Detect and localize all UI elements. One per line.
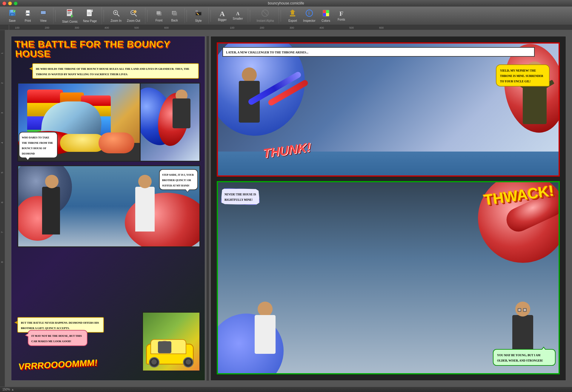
speech-bubble-who-dares: WHO DARES TO TAKE THE THRONE FROM THE BO… — [19, 132, 58, 158]
svg-text:600: 600 — [379, 26, 384, 29]
toolbar-sep-3 — [147, 10, 147, 22]
new-page-icon — [86, 9, 94, 18]
zoom-out-label: Zoom Out — [127, 19, 140, 22]
car-bg — [143, 313, 199, 371]
svg-text:100: 100 — [15, 26, 19, 29]
colors-button[interactable]: Colors — [319, 8, 333, 24]
svg-rect-52 — [323, 13, 326, 16]
zoom-in-icon — [112, 9, 120, 18]
speech-bubble-older: YOU MAY BE YOUNG, BUT I AM OLDER, WISER,… — [493, 349, 556, 366]
svg-rect-7 — [26, 10, 30, 13]
panel-uncle-gil[interactable]: LATER, A NEW CHALLENGER TO THE THRONE AR… — [217, 42, 560, 177]
front-button[interactable]: Front — [152, 8, 167, 23]
svg-text:2: 2 — [1, 82, 4, 84]
zoom-out-button[interactable]: ⊙ Zoom Out — [124, 8, 142, 24]
bottombar: 150% ▲ — [0, 387, 572, 392]
fonts-label: Fonts — [338, 18, 345, 21]
instant-alpha-button[interactable]: Instant Alpha — [254, 8, 276, 24]
svg-rect-16 — [67, 10, 72, 11]
bigger-button[interactable]: A Bigger — [215, 9, 230, 23]
toolbar-sep-7 — [281, 10, 281, 22]
toolbar-group-style: ✏️ Style — [189, 8, 209, 24]
start-comic-button[interactable]: Start Comic — [60, 7, 80, 24]
save-icon: ✓ — [8, 9, 16, 18]
front-label: Front — [156, 19, 162, 22]
svg-rect-24 — [87, 13, 90, 13]
smaller-button[interactable]: A Smaller — [230, 10, 245, 21]
print-button[interactable]: Print — [20, 8, 35, 24]
panel-fight-bottom[interactable]: NEVER! THE HOUSE IS RIGHTFULLY MINE! THW… — [217, 181, 560, 374]
svg-rect-42 — [196, 10, 198, 12]
narrator-text-1: HE WHO HOLDS THE THRONE OF THE BOUNCY HO… — [36, 67, 189, 76]
toolbar-sep-2 — [104, 10, 104, 22]
narrator-text-2: BUT THE BATTLE NEVER HAPPENS. DESMOND OF… — [21, 321, 99, 330]
view-button[interactable]: View — [36, 8, 51, 24]
svg-rect-36 — [156, 11, 161, 15]
svg-text:i: i — [308, 11, 310, 16]
svg-text:✓: ✓ — [14, 10, 16, 12]
speech-text-1: WHO DARES TO TAKE THE THRONE FROM THE BO… — [22, 136, 53, 155]
zoom-icon: ▲ — [11, 388, 14, 391]
minimize-button[interactable] — [8, 1, 12, 5]
maximize-button[interactable] — [14, 1, 18, 5]
inspector-icon: i — [305, 9, 313, 18]
new-page-button[interactable]: New Page — [81, 8, 99, 24]
style-button[interactable]: ✏️ Style — [191, 8, 206, 24]
inspector-button[interactable]: i Inspector — [301, 8, 318, 24]
svg-text:600: 600 — [164, 26, 169, 29]
svg-rect-9 — [26, 14, 29, 16]
svg-rect-14 — [41, 16, 45, 16]
toolbar-sep-5 — [210, 10, 211, 22]
save-button[interactable]: ✓ Save — [5, 8, 20, 24]
svg-rect-25 — [87, 14, 91, 14]
comic-page-2[interactable]: LATER, A NEW CHALLENGER TO THE THRONE AR… — [210, 36, 566, 381]
instant-alpha-label: Instant Alpha — [257, 19, 274, 22]
back-button[interactable]: Back — [167, 8, 182, 23]
svg-rect-12 — [41, 11, 46, 14]
svg-rect-1 — [10, 10, 13, 12]
comic-title[interactable]: THE BATTLE FOR THE BOUNCY HOUSE — [14, 39, 202, 58]
window-controls — [2, 1, 18, 5]
export-icon — [289, 9, 296, 18]
export-button[interactable]: Export — [285, 8, 300, 24]
svg-text:400: 400 — [319, 26, 324, 29]
smaller-label: Smaller — [233, 17, 243, 20]
back-icon — [171, 10, 178, 18]
colors-label: Colors — [322, 19, 330, 22]
svg-text:1: 1 — [1, 53, 4, 54]
svg-text:500: 500 — [134, 26, 139, 29]
back-label: Back — [171, 19, 178, 22]
svg-rect-51 — [326, 10, 329, 13]
style-label: Style — [195, 19, 202, 22]
toolbar-group-right: Export i Inspector Colors — [283, 8, 351, 24]
speech-bubble-car: IT MAY NOT BE THE HOUSE, BUT THIS CAR MA… — [28, 330, 87, 346]
svg-marker-45 — [290, 10, 295, 15]
start-comic-label: Start Comic — [62, 20, 78, 23]
bigger-label: Bigger — [218, 18, 227, 21]
toolbar-group-alpha: Instant Alpha — [252, 8, 279, 24]
close-button[interactable] — [2, 1, 6, 5]
panel-fight-2[interactable]: STEP ASIDE, IT IS I, YOUR BROTHER QUINCY… — [17, 165, 200, 247]
svg-text:7: 7 — [1, 232, 4, 233]
export-label: Export — [288, 19, 297, 22]
comic-page-1[interactable]: THE BATTLE FOR THE BOUNCY HOUSE HE WHO H… — [11, 36, 205, 381]
colors-icon — [322, 9, 330, 18]
fight-bg-1 — [141, 84, 199, 161]
narrator-text-p2-1: LATER, A NEW CHALLENGER TO THE THRONE AR… — [226, 51, 308, 54]
svg-text:✏️: ✏️ — [196, 12, 199, 15]
svg-text:⊙: ⊙ — [134, 10, 136, 13]
view-label: View — [40, 19, 47, 22]
zoom-level: 150% — [2, 388, 10, 391]
svg-line-44 — [263, 11, 267, 16]
panel-fight-1[interactable] — [140, 83, 200, 162]
speech-bubble-never: NEVER! THE HOUSE IS RIGHTFULLY MINE! — [221, 188, 260, 205]
speech-bubble-yield: YIELD, MY NEPHEW! THE THRONE IS MINE. SU… — [496, 64, 550, 87]
fonts-button[interactable]: F Fonts — [334, 9, 349, 22]
svg-text:6: 6 — [1, 202, 4, 203]
zoom-in-button[interactable]: Zoom In — [108, 8, 124, 24]
canvas-area[interactable]: THE BATTLE FOR THE BOUNCY HOUSE HE WHO H… — [5, 30, 572, 387]
window-title: bouncyhouse.comiclife — [268, 1, 304, 5]
speech-bubble-step-aside: STEP ASIDE, IT IS I, YOUR BROTHER QUINCY… — [159, 169, 198, 190]
panel-car[interactable] — [142, 312, 200, 371]
toolbar-sep-6 — [250, 10, 250, 22]
